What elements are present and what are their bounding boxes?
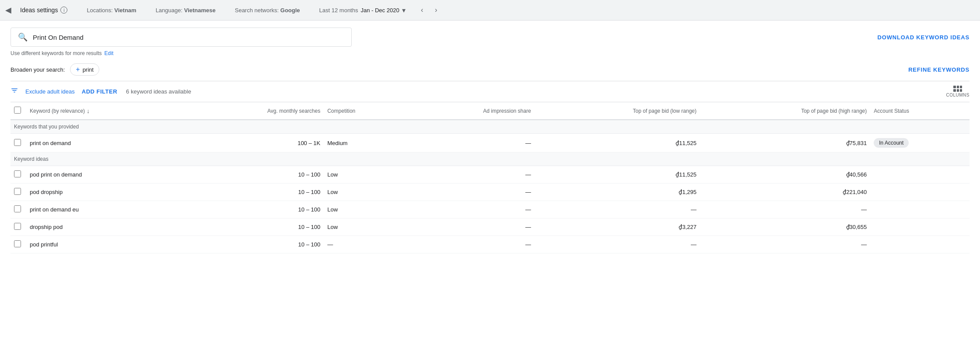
row-top-bid-low: ₫11,525	[535, 166, 700, 184]
row-checkbox[interactable]	[14, 205, 21, 212]
row-competition: Medium	[324, 134, 406, 152]
table-row: pod dropship 10 – 100 Low — ₫1,295 ₫221,…	[10, 184, 970, 201]
download-keyword-ideas-button[interactable]: DOWNLOAD KEYWORD IDEAS	[878, 34, 970, 41]
row-top-bid-high: —	[700, 236, 870, 253]
row-checkbox-cell	[10, 236, 26, 253]
row-ad-impression: —	[406, 134, 535, 152]
search-networks-label: Search networks: Google	[235, 7, 300, 14]
row-ad-impression: —	[406, 201, 535, 218]
row-account-status	[870, 236, 970, 253]
row-checkbox-cell	[10, 134, 26, 152]
language-label: Language: Vietnamese	[156, 7, 216, 14]
row-avg-monthly: 100 – 1K	[183, 134, 324, 152]
row-account-status: In Account	[870, 134, 970, 152]
row-top-bid-high: ₫75,831	[700, 134, 870, 152]
row-checkbox[interactable]	[14, 139, 21, 146]
broaden-chip-text: print	[83, 66, 94, 73]
edit-link[interactable]: Edit	[105, 50, 114, 56]
columns-button[interactable]: COLUMNS	[946, 86, 970, 97]
th-keyword[interactable]: Keyword (by relevance) ↓	[26, 102, 183, 120]
row-checkbox-cell	[10, 166, 26, 184]
row-avg-monthly: 10 – 100	[183, 201, 324, 218]
filter-icon	[10, 87, 18, 97]
row-checkbox-cell	[10, 201, 26, 218]
search-icon: 🔍	[18, 32, 28, 42]
select-all-checkbox[interactable]	[14, 107, 21, 114]
row-checkbox-cell	[10, 184, 26, 201]
prev-button[interactable]: ‹	[416, 4, 428, 16]
section-header-row: Keywords that you provided	[10, 120, 970, 134]
back-button[interactable]: ◀	[5, 5, 11, 15]
columns-label: COLUMNS	[946, 93, 970, 97]
row-keyword: pod printful	[26, 236, 183, 253]
row-competition: Low	[324, 166, 406, 184]
row-keyword: pod print on demand	[26, 166, 183, 184]
row-keyword: dropship pod	[26, 218, 183, 236]
row-account-status	[870, 218, 970, 236]
row-top-bid-high: ₫221,040	[700, 184, 870, 201]
main-content: 🔍 Print On Demand DOWNLOAD KEYWORD IDEAS…	[0, 21, 980, 260]
row-ad-impression: —	[406, 166, 535, 184]
title-text: Ideas settings	[20, 7, 58, 14]
add-filter-button[interactable]: ADD FILTER	[82, 88, 117, 95]
broaden-chip-print[interactable]: + print	[70, 63, 99, 76]
row-account-status	[870, 184, 970, 201]
row-avg-monthly: 10 – 100	[183, 236, 324, 253]
th-account-status[interactable]: Account Status	[870, 102, 970, 120]
broaden-row: Broaden your search: + print REFINE KEYW…	[10, 63, 970, 76]
table-body: Keywords that you provided print on dema…	[10, 120, 970, 253]
row-checkbox[interactable]	[14, 170, 21, 177]
row-keyword: pod dropship	[26, 184, 183, 201]
section-header-row: Keyword ideas	[10, 152, 970, 166]
plus-icon: +	[76, 66, 80, 73]
broaden-label: Broaden your search:	[10, 66, 65, 73]
row-top-bid-high: ₫40,566	[700, 166, 870, 184]
next-button[interactable]: ›	[430, 4, 442, 16]
date-dropdown-arrow[interactable]: ▾	[402, 6, 406, 14]
th-ad-impression[interactable]: Ad impression share	[406, 102, 535, 120]
table-row: print on demand eu 10 – 100 Low — — —	[10, 201, 970, 218]
row-avg-monthly: 10 – 100	[183, 218, 324, 236]
search-bar-row: 🔍 Print On Demand DOWNLOAD KEYWORD IDEAS	[10, 28, 970, 47]
row-avg-monthly: 10 – 100	[183, 166, 324, 184]
search-query: Print On Demand	[33, 34, 344, 41]
row-competition: Low	[324, 201, 406, 218]
row-top-bid-low: ₫1,295	[535, 184, 700, 201]
row-competition: —	[324, 236, 406, 253]
section-title: Keyword ideas	[10, 152, 970, 166]
sort-arrow-icon: ↓	[87, 107, 90, 114]
row-top-bid-low: ₫11,525	[535, 134, 700, 152]
exclude-adult-ideas-link[interactable]: Exclude adult ideas	[25, 88, 75, 95]
row-top-bid-high: ₫30,655	[700, 218, 870, 236]
info-icon[interactable]: i	[60, 7, 67, 14]
row-checkbox-cell	[10, 218, 26, 236]
in-account-badge: In Account	[874, 138, 909, 148]
row-checkbox[interactable]	[14, 240, 21, 247]
subtitle-row: Use different keywords for more results …	[10, 50, 970, 56]
row-ad-impression: —	[406, 218, 535, 236]
th-competition[interactable]: Competition	[324, 102, 406, 120]
row-checkbox[interactable]	[14, 223, 21, 230]
row-top-bid-low: —	[535, 236, 700, 253]
date-range-selector[interactable]: Last 12 months Jan - Dec 2020 ▾	[319, 6, 406, 14]
refine-keywords-button[interactable]: REFINE KEYWORDS	[908, 66, 970, 73]
location-label: Locations: Vietnam	[87, 7, 136, 14]
row-keyword: print on demand	[26, 134, 183, 152]
row-ad-impression: —	[406, 236, 535, 253]
th-top-bid-low[interactable]: Top of page bid (low range)	[535, 102, 700, 120]
table-row: pod print on demand 10 – 100 Low — ₫11,5…	[10, 166, 970, 184]
table-row: print on demand 100 – 1K Medium — ₫11,52…	[10, 134, 970, 152]
row-top-bid-high: —	[700, 201, 870, 218]
row-keyword: print on demand eu	[26, 201, 183, 218]
row-account-status	[870, 166, 970, 184]
th-avg-monthly[interactable]: Avg. monthly searches	[183, 102, 324, 120]
search-bar[interactable]: 🔍 Print On Demand	[10, 28, 352, 47]
th-top-bid-high[interactable]: Top of page bid (high range)	[700, 102, 870, 120]
row-account-status	[870, 201, 970, 218]
filter-count-text: 6 keyword ideas available	[126, 88, 191, 95]
ideas-settings-title: Ideas settings i	[20, 7, 67, 14]
row-competition: Low	[324, 218, 406, 236]
row-checkbox[interactable]	[14, 188, 21, 195]
nav-arrows: ‹ ›	[416, 4, 442, 16]
subtitle-text: Use different keywords for more results	[10, 50, 102, 56]
